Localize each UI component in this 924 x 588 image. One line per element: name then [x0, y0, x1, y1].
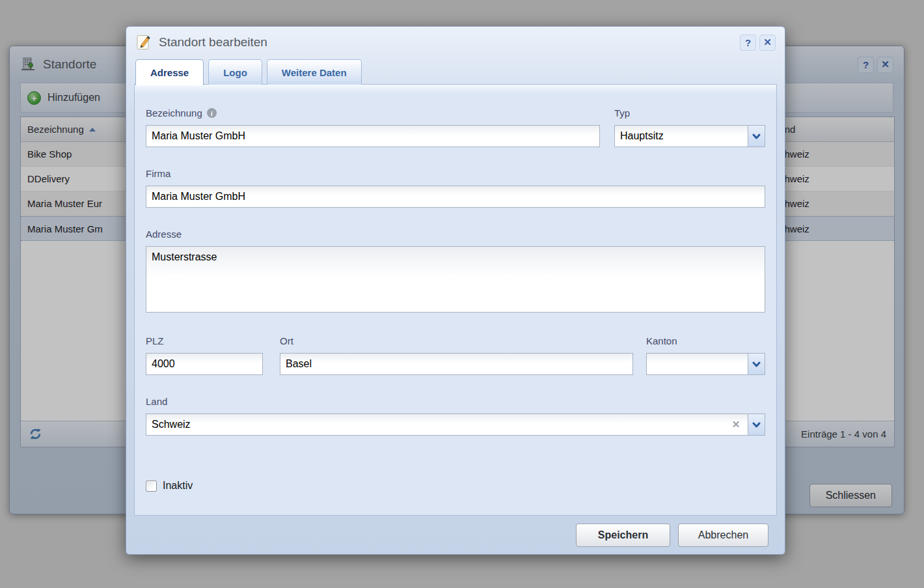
land-field[interactable]: [146, 413, 765, 436]
bezeichnung-field[interactable]: [146, 125, 600, 147]
kanton-combobox: [646, 353, 765, 375]
save-button[interactable]: Speichern: [576, 524, 670, 547]
adresse-field[interactable]: Musterstrasse: [146, 246, 765, 313]
info-icon[interactable]: i: [207, 108, 217, 118]
dialog-footer: Speichern Abbrechen: [126, 516, 785, 554]
kanton-label: Kanton: [646, 335, 765, 347]
typ-field[interactable]: [614, 125, 765, 147]
kanton-dropdown-trigger[interactable]: [748, 353, 765, 375]
chevron-down-icon: [752, 422, 761, 428]
tab-adresse[interactable]: Adresse: [135, 59, 204, 85]
dialog-help-button[interactable]: ?: [740, 35, 756, 51]
adresse-label: Adresse: [146, 228, 765, 240]
tab-weitere-daten[interactable]: Weitere Daten: [267, 59, 362, 85]
ort-label: Ort: [280, 335, 633, 347]
tab-logo[interactable]: Logo: [208, 59, 262, 85]
inaktiv-label: Inaktiv: [163, 480, 193, 492]
chevron-down-icon: [752, 361, 761, 367]
edit-pencil-icon: [135, 34, 152, 51]
bezeichnung-label: Bezeichnung i: [146, 107, 600, 119]
firma-field[interactable]: [146, 186, 765, 208]
land-label: Land: [146, 395, 765, 408]
land-dropdown-trigger[interactable]: [748, 413, 765, 436]
plz-field[interactable]: [146, 353, 263, 375]
typ-label: Typ: [614, 107, 765, 119]
land-combobox: ✕: [146, 413, 765, 436]
dialog-titlebar: Standort bearbeiten ? ✕: [126, 27, 785, 58]
dialog-body: Bezeichnung i Typ Firm: [134, 84, 777, 516]
plz-label: PLZ: [146, 335, 263, 347]
cancel-button[interactable]: Abbrechen: [678, 524, 768, 547]
firma-label: Firma: [146, 167, 765, 180]
edit-location-dialog: Standort bearbeiten ? ✕ Adresse Logo Wei…: [126, 26, 785, 555]
ort-field[interactable]: [280, 353, 633, 375]
chevron-down-icon: [752, 133, 761, 139]
typ-combobox: [614, 125, 765, 147]
inaktiv-checkbox[interactable]: [146, 481, 157, 492]
dialog-title: Standort bearbeiten: [159, 35, 737, 49]
clear-icon[interactable]: ✕: [730, 413, 742, 436]
dialog-close-button[interactable]: ✕: [759, 35, 776, 51]
typ-dropdown-trigger[interactable]: [748, 125, 765, 147]
dialog-tab-bar: Adresse Logo Weitere Daten: [135, 59, 362, 85]
inaktiv-checkbox-row: Inaktiv: [146, 480, 765, 492]
